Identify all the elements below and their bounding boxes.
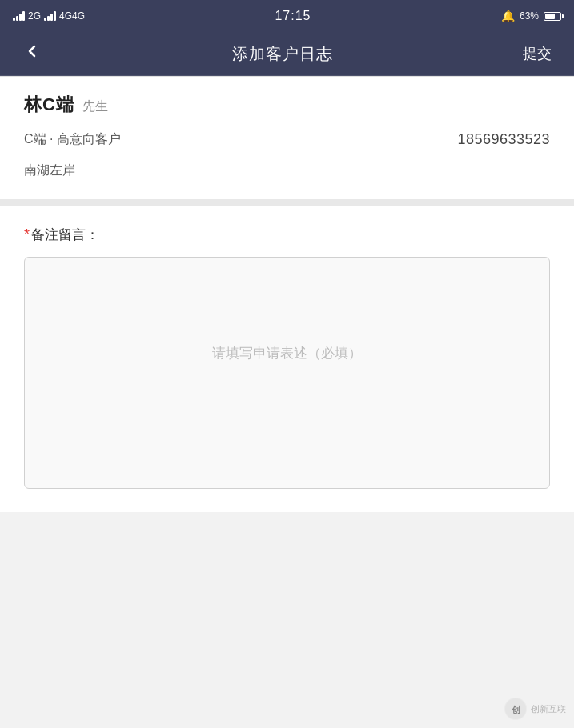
- customer-card: 林C端 先生 C端 · 高意向客户 18569633523 南湖左岸: [0, 77, 574, 199]
- status-left: 2G 4G4G: [13, 10, 85, 22]
- form-section: * 备注留言：: [0, 206, 574, 512]
- battery-percent: 63%: [520, 10, 539, 22]
- battery-icon: [544, 12, 561, 21]
- network-type-1: 2G: [28, 10, 41, 22]
- customer-honorific: 先生: [82, 98, 108, 115]
- form-label: * 备注留言：: [24, 226, 550, 244]
- status-time: 17:15: [275, 9, 311, 23]
- bell-icon: 🔔: [501, 10, 515, 22]
- required-marker: *: [24, 226, 30, 243]
- customer-name: 林C端: [24, 93, 74, 117]
- section-divider: [0, 199, 574, 206]
- status-bar: 2G 4G4G 17:15 🔔 63%: [0, 0, 574, 32]
- notes-textarea[interactable]: [24, 257, 550, 489]
- customer-address: 南湖左岸: [24, 162, 550, 179]
- customer-info-row: C端 · 高意向客户 18569633523: [24, 131, 550, 148]
- status-right: 🔔 63%: [501, 10, 561, 22]
- signal-icon: [13, 11, 25, 21]
- nav-bar: 添加客户日志 提交: [0, 32, 574, 76]
- watermark: 创 创新互联: [504, 698, 566, 720]
- customer-name-row: 林C端 先生: [24, 93, 550, 117]
- submit-button[interactable]: 提交: [516, 41, 558, 66]
- back-button[interactable]: [16, 38, 48, 69]
- form-label-text: 备注留言：: [31, 226, 99, 244]
- customer-phone: 18569633523: [457, 131, 550, 148]
- svg-text:创: 创: [511, 705, 520, 714]
- customer-tag: C端 · 高意向客户: [24, 131, 121, 148]
- watermark-text: 创新互联: [531, 703, 566, 715]
- signal-icon-2: [44, 11, 56, 21]
- page-title: 添加客户日志: [232, 43, 333, 65]
- network-type-2: 4G4G: [59, 10, 85, 22]
- watermark-logo: 创: [504, 698, 527, 720]
